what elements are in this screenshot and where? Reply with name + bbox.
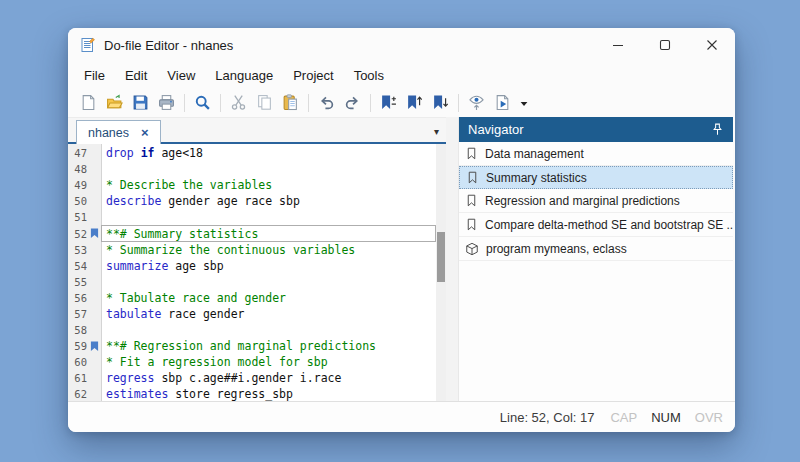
- paste-icon: [282, 94, 299, 111]
- copy-button[interactable]: [252, 91, 277, 115]
- menu-item-project[interactable]: Project: [283, 65, 343, 86]
- code-text[interactable]: * Tabulate race and gender: [101, 290, 436, 306]
- menu-item-view[interactable]: View: [157, 65, 205, 86]
- tab-list-dropdown-icon[interactable]: ▾: [434, 126, 439, 137]
- navigator-item[interactable]: Summary statistics: [459, 166, 733, 189]
- close-button[interactable]: [688, 28, 735, 62]
- navigator-item-label: Compare delta-method SE and bootstrap SE…: [485, 218, 733, 232]
- line-number: 57: [68, 308, 87, 320]
- line-number: 56: [68, 292, 87, 304]
- execute-do-button[interactable]: [490, 91, 515, 115]
- run-quietly-icon: [468, 94, 485, 111]
- bookmark-icon: [465, 147, 478, 160]
- code-text[interactable]: [101, 322, 436, 338]
- minimize-button[interactable]: [594, 28, 641, 62]
- open-icon: [106, 94, 123, 111]
- line-number: 60: [68, 356, 87, 368]
- navigator-item[interactable]: Regression and marginal predictions: [459, 189, 733, 213]
- open-button[interactable]: [102, 91, 127, 115]
- redo-button[interactable]: [340, 91, 365, 115]
- code-line[interactable]: 57tabulate race gender: [68, 306, 436, 322]
- code-text[interactable]: [101, 161, 436, 177]
- scrollbar-thumb[interactable]: [437, 232, 445, 282]
- code-text[interactable]: **# Summary statistics: [101, 225, 436, 241]
- print-button[interactable]: [154, 91, 179, 115]
- save-icon: [132, 94, 149, 111]
- pin-icon[interactable]: [711, 123, 724, 136]
- code-line[interactable]: 61regress sbp c.age##i.gender i.race: [68, 370, 436, 386]
- code-line[interactable]: 62estimates store regress_sbp: [68, 386, 436, 401]
- maximize-button[interactable]: [641, 28, 688, 62]
- code-line[interactable]: 54summarize age sbp: [68, 258, 436, 274]
- bookmark-marker-icon[interactable]: [90, 228, 99, 239]
- undo-button[interactable]: [314, 91, 339, 115]
- code-line[interactable]: 53* Summarize the continuous variables: [68, 242, 436, 258]
- new-do-file-button[interactable]: [76, 91, 101, 115]
- previous-bookmark-icon: [406, 94, 423, 111]
- find-button[interactable]: [190, 91, 215, 115]
- navigator-item[interactable]: Data management: [459, 142, 733, 166]
- code-line[interactable]: 48: [68, 161, 436, 177]
- line-number: 50: [68, 195, 87, 207]
- code-area[interactable]: 47drop if age<184849* Describe the varia…: [68, 144, 436, 401]
- code-text[interactable]: * Summarize the continuous variables: [101, 242, 436, 258]
- code-text[interactable]: [101, 209, 436, 225]
- editor-vertical-scrollbar[interactable]: [436, 144, 446, 401]
- code-line[interactable]: 50describe gender age race sbp: [68, 193, 436, 209]
- code-line[interactable]: 58: [68, 322, 436, 338]
- toggle-bookmark-button[interactable]: [376, 91, 401, 115]
- save-button[interactable]: [128, 91, 153, 115]
- paste-button[interactable]: [278, 91, 303, 115]
- cut-button[interactable]: [226, 91, 251, 115]
- code-text[interactable]: * Describe the variables: [101, 177, 436, 193]
- line-number: 55: [68, 276, 87, 288]
- navigator-item-label: Data management: [485, 147, 584, 161]
- code-text[interactable]: tabulate race gender: [101, 306, 436, 322]
- status-bar: Line: 52, Col: 17 CAPNUMOVR: [68, 401, 735, 432]
- next-bookmark-button[interactable]: [428, 91, 453, 115]
- line-number: 48: [68, 163, 87, 175]
- code-text[interactable]: summarize age sbp: [101, 258, 436, 274]
- previous-bookmark-button[interactable]: [402, 91, 427, 115]
- tab-nhanes[interactable]: nhanes ×: [76, 120, 161, 144]
- title-bar[interactable]: Do-file Editor - nhanes: [68, 28, 735, 62]
- menu-item-language[interactable]: Language: [205, 65, 283, 86]
- code-line[interactable]: 59**# Regression and marginal prediction…: [68, 338, 436, 354]
- code-text[interactable]: **# Regression and marginal predictions: [101, 338, 436, 354]
- bookmark-icon: [465, 194, 478, 207]
- minimize-icon: [612, 39, 624, 51]
- tab-label: nhanes: [88, 126, 129, 140]
- code-line[interactable]: 60* Fit a regression model for sbp: [68, 354, 436, 370]
- bookmark-marker-icon[interactable]: [90, 341, 99, 352]
- code-line[interactable]: 49* Describe the variables: [68, 177, 436, 193]
- code-line[interactable]: 52**# Summary statistics: [68, 225, 436, 241]
- code-line[interactable]: 55: [68, 274, 436, 290]
- pane-splitter[interactable]: [446, 117, 458, 401]
- menu-item-file[interactable]: File: [74, 65, 115, 86]
- navigator-item[interactable]: program mymeans, eclass: [459, 237, 733, 261]
- menu-item-tools[interactable]: Tools: [344, 65, 394, 86]
- navigator-item[interactable]: Compare delta-method SE and bootstrap SE…: [459, 213, 733, 237]
- navigator-panel: Navigator Data managementSummary statist…: [458, 117, 733, 401]
- code-text[interactable]: regress sbp c.age##i.gender i.race: [101, 370, 436, 386]
- menu-item-edit[interactable]: Edit: [115, 65, 157, 86]
- line-number: 59: [68, 340, 87, 352]
- code-text[interactable]: * Fit a regression model for sbp: [101, 354, 436, 370]
- dofile-editor-window: Do-file Editor - nhanes FileEditViewLang…: [68, 28, 735, 432]
- close-icon: [706, 39, 718, 51]
- code-text[interactable]: [101, 274, 436, 290]
- code-line[interactable]: 56* Tabulate race and gender: [68, 290, 436, 306]
- code-text[interactable]: drop if age<18: [101, 145, 436, 161]
- execute-do-menu-button[interactable]: [516, 91, 531, 115]
- next-bookmark-icon: [432, 94, 449, 111]
- code-text[interactable]: describe gender age race sbp: [101, 193, 436, 209]
- dofile-editor-icon: [80, 37, 96, 53]
- navigator-list: Data managementSummary statisticsRegress…: [459, 142, 733, 401]
- code-line[interactable]: 51: [68, 209, 436, 225]
- tab-close-icon[interactable]: ×: [141, 126, 149, 139]
- code-text[interactable]: estimates store regress_sbp: [101, 386, 436, 401]
- run-quietly-button[interactable]: [464, 91, 489, 115]
- maximize-icon: [659, 39, 671, 51]
- code-line[interactable]: 47drop if age<18: [68, 145, 436, 161]
- cursor-position: Line: 52, Col: 17: [500, 410, 595, 425]
